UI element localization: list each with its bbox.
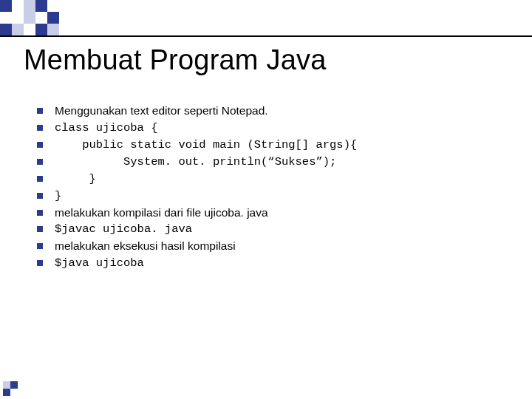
list-item: System. out. println(“Sukses”); (37, 154, 357, 170)
list-item: $javac ujicoba. java (37, 222, 357, 237)
bullet-icon (37, 108, 43, 114)
bullet-icon (37, 210, 43, 216)
bullet-icon (37, 193, 43, 199)
bullet-icon (37, 125, 43, 131)
list-item: melakukan kompilasi dari file ujicoba. j… (37, 205, 357, 221)
bullet-text: $javac ujicoba. java (55, 222, 192, 237)
bullet-text: Menggunakan text editor seperti Notepad. (55, 103, 268, 119)
bullet-text: } (55, 188, 61, 204)
bullet-icon (37, 176, 43, 182)
list-item: $java ujicoba (37, 256, 357, 271)
bullet-text: System. out. println(“Sukses”); (55, 154, 336, 170)
bullet-icon (37, 159, 43, 165)
corner-decoration (0, 0, 89, 37)
slide-title: Membuat Program Java (24, 44, 327, 76)
bullet-text: $java ujicoba (55, 256, 144, 271)
bullet-text: class ujicoba { (55, 120, 158, 136)
bullet-icon (37, 243, 43, 249)
list-item: public static void main (String[] args){ (37, 137, 357, 153)
bullet-icon (37, 260, 43, 266)
list-item: } (37, 188, 357, 204)
list-item: melakukan eksekusi hasil kompilasi (37, 239, 357, 254)
list-item: class ujicoba { (37, 120, 357, 136)
bullet-icon (37, 226, 43, 232)
bottom-decoration (3, 381, 18, 396)
bullet-text: } (55, 171, 96, 187)
bullet-icon (37, 142, 43, 148)
bullet-text: melakukan eksekusi hasil kompilasi (55, 239, 236, 254)
bullet-list: Menggunakan text editor seperti Notepad.… (37, 103, 357, 273)
bullet-text: public static void main (String[] args){ (55, 137, 357, 153)
divider (0, 35, 532, 37)
bullet-text: melakukan kompilasi dari file ujicoba. j… (55, 205, 268, 221)
list-item: Menggunakan text editor seperti Notepad. (37, 103, 357, 119)
list-item: } (37, 171, 357, 187)
